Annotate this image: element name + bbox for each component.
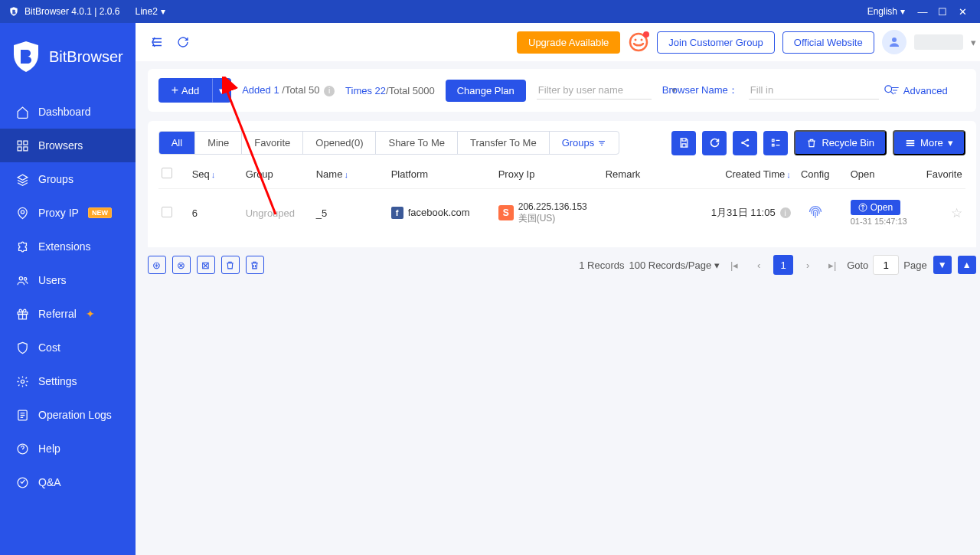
maximize-button[interactable]: ☐ [933, 2, 952, 21]
more-button[interactable]: More▾ [893, 130, 965, 155]
browser-name-input[interactable] [750, 84, 879, 96]
tab-share-to-me[interactable]: Share To Me [376, 132, 457, 154]
sparkle-icon: ✦ [86, 308, 95, 320]
col-seq[interactable]: Seq [192, 168, 210, 180]
sidebar-item-label: Proxy IP [38, 207, 79, 219]
filter-user-wrap: ▾ [537, 81, 652, 100]
sidebar-item-proxy-ip[interactable]: Proxy IPNEW [0, 196, 136, 230]
last-page-button[interactable]: ▸| [822, 255, 842, 275]
sidebar-item-settings[interactable]: Settings [0, 364, 136, 398]
select-all-checkbox[interactable] [162, 168, 172, 178]
col-proxy[interactable]: Proxy Ip [498, 168, 606, 180]
grid-icon [15, 139, 29, 152]
refresh-icon[interactable] [174, 33, 192, 51]
page-1-button[interactable]: 1 [773, 255, 793, 275]
save-icon-button[interactable] [671, 131, 696, 155]
col-created[interactable]: Created Time [725, 168, 785, 180]
official-website-button[interactable]: Official Website [782, 31, 874, 54]
sidebar-item-users[interactable]: Users [0, 263, 136, 297]
sidebar-item-label: Groups [38, 173, 74, 185]
tab-mine[interactable]: Mine [195, 132, 242, 154]
upgrade-button[interactable]: Upgrade Available [517, 31, 620, 54]
puzzle-icon [15, 240, 29, 253]
col-config[interactable]: Config [791, 168, 840, 180]
info-icon[interactable]: i [780, 207, 791, 218]
support-icon[interactable] [628, 31, 649, 53]
next-page-button[interactable]: › [798, 255, 818, 275]
fingerprint-icon[interactable] [807, 204, 824, 220]
bulk-action-2[interactable]: ⊗ [172, 256, 191, 274]
bulk-delete-2[interactable] [246, 256, 264, 274]
list-icon-button[interactable] [763, 131, 788, 155]
cell-name: _5 [316, 207, 391, 219]
tab-groups[interactable]: Groups [550, 132, 619, 154]
join-group-button[interactable]: Join Customer Group [657, 31, 775, 54]
recycle-bin-button[interactable]: Recycle Bin [794, 130, 887, 155]
filter-user-input[interactable] [538, 84, 667, 96]
tab-transfer-to-me[interactable]: Transfer To Me [458, 132, 550, 154]
collapse-sidebar-icon[interactable] [148, 33, 166, 51]
bulk-action-3[interactable]: ⊠ [197, 256, 215, 274]
info-icon[interactable]: i [324, 86, 335, 96]
layers-icon [15, 172, 29, 186]
svg-point-15 [641, 39, 643, 41]
prev-page-button[interactable]: ‹ [749, 255, 769, 275]
line-selector[interactable]: Line2▾ [136, 6, 165, 17]
close-button[interactable]: ✕ [952, 2, 972, 21]
sort-up-chip[interactable]: ▲ [958, 256, 976, 274]
cell-config[interactable] [791, 204, 840, 222]
proxy-icon: S [498, 205, 514, 220]
sidebar-item-dashboard[interactable]: Dashboard [0, 95, 136, 129]
cell-favorite[interactable]: ☆ [916, 205, 962, 221]
tab-favorite[interactable]: Favorite [242, 132, 303, 154]
first-page-button[interactable]: |◂ [724, 255, 744, 275]
svg-rect-21 [772, 139, 774, 142]
bulk-action-1[interactable]: ⊛ [148, 256, 166, 274]
col-remark[interactable]: Remark [606, 168, 705, 180]
qa-icon [15, 475, 29, 489]
sidebar-item-browsers[interactable]: Browsers [0, 129, 136, 162]
add-button-group: +Add ▾ [158, 78, 231, 103]
goto-input[interactable] [873, 255, 899, 275]
sort-icon[interactable]: ↓ [211, 170, 216, 179]
avatar[interactable] [882, 30, 906, 54]
per-page-select[interactable]: 100 Records/Page▾ [629, 260, 720, 271]
sidebar-item-groups[interactable]: Groups [0, 162, 136, 196]
col-group[interactable]: Group [246, 168, 316, 180]
advanced-link[interactable]: Advanced [890, 85, 948, 96]
col-favorite[interactable]: Favorite [916, 168, 962, 180]
add-button[interactable]: +Add [158, 78, 212, 103]
app-logo-mini [8, 5, 20, 18]
row-checkbox[interactable] [162, 207, 172, 217]
star-icon[interactable]: ☆ [951, 206, 962, 220]
goto-label: Goto [847, 260, 868, 271]
col-open[interactable]: Open [840, 168, 916, 180]
svg-point-4 [21, 210, 24, 213]
user-menu-caret[interactable]: ▾ [971, 37, 976, 48]
sidebar-item-extensions[interactable]: Extensions [0, 230, 136, 263]
sort-icon[interactable]: ↓ [344, 170, 348, 179]
minimize-button[interactable]: — [913, 2, 933, 21]
open-button[interactable]: Open [851, 200, 900, 215]
col-platform[interactable]: Platform [391, 168, 498, 180]
times-stat: Times 22/Total 5000 [345, 85, 435, 96]
tab-opened-[interactable]: Opened(0) [303, 132, 376, 154]
app-title: BitBrowser 4.0.1 | 2.0.6 [24, 6, 120, 17]
language-selector[interactable]: English▾ [867, 6, 905, 17]
col-name[interactable]: Name [316, 168, 343, 180]
bulk-delete[interactable] [221, 256, 240, 274]
sidebar-item-q&a[interactable]: Q&A [0, 465, 136, 499]
sort-down-chip[interactable]: ▼ [933, 256, 952, 274]
change-plan-button[interactable]: Change Plan [446, 80, 526, 102]
add-dropdown-button[interactable]: ▾ [212, 78, 231, 103]
share-icon-button[interactable] [733, 131, 757, 155]
sidebar-item-cost[interactable]: Cost [0, 331, 136, 364]
tab-all[interactable]: All [159, 132, 195, 154]
reload-icon-button[interactable] [702, 131, 727, 155]
brand-shield-icon [12, 41, 40, 72]
sidebar-item-referral[interactable]: Referral✦ [0, 297, 136, 331]
sidebar-item-help[interactable]: Help [0, 432, 136, 465]
sidebar-item-operation-logs[interactable]: Operation Logs [0, 398, 136, 432]
sidebar-item-label: Settings [38, 375, 77, 387]
sidebar-item-label: Help [38, 442, 60, 455]
